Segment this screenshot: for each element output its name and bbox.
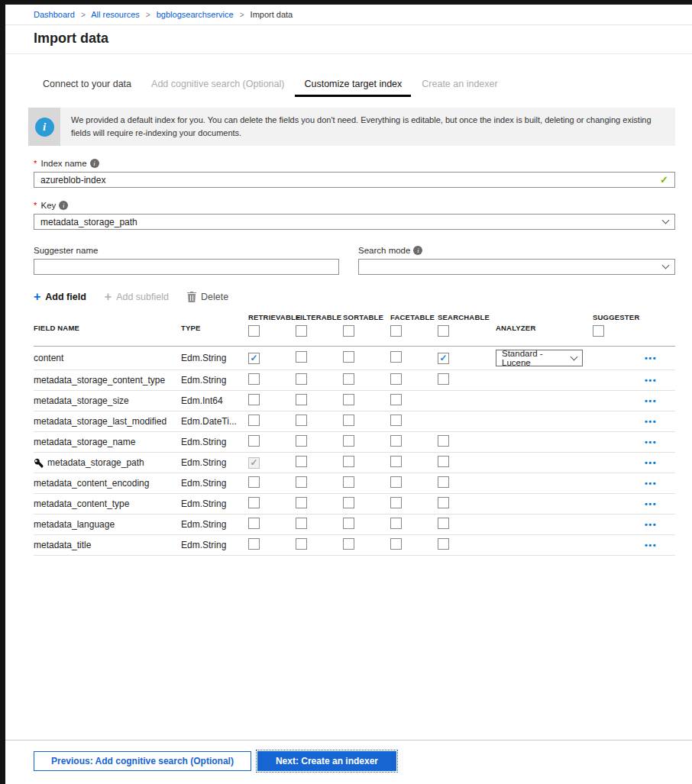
filterable-select-all-checkbox[interactable] bbox=[296, 325, 307, 337]
breadcrumb-separator: > bbox=[81, 11, 86, 19]
row-more-button[interactable]: ••• bbox=[645, 458, 657, 467]
searchable-checkbox[interactable] bbox=[438, 538, 449, 550]
sortable-checkbox[interactable] bbox=[343, 435, 354, 447]
valid-check-icon: ✓ bbox=[660, 174, 668, 186]
retrievable-checkbox[interactable] bbox=[248, 476, 260, 488]
suggester-name-input[interactable] bbox=[34, 259, 339, 275]
facetable-checkbox[interactable] bbox=[390, 394, 402, 405]
key-label: * Key i bbox=[34, 201, 675, 210]
delete-field-button[interactable]: Delete bbox=[187, 292, 228, 302]
filterable-checkbox[interactable] bbox=[296, 435, 307, 447]
key-info-icon[interactable]: i bbox=[59, 201, 68, 210]
trash-icon bbox=[187, 292, 196, 302]
table-row[interactable]: metadata_storage_content_type Edm.String… bbox=[34, 370, 675, 391]
searchable-select-all-checkbox[interactable] bbox=[438, 325, 449, 337]
facetable-checkbox[interactable] bbox=[390, 476, 402, 488]
breadcrumb-dashboard[interactable]: Dashboard bbox=[34, 10, 75, 19]
row-more-button[interactable]: ••• bbox=[645, 499, 657, 508]
row-more-button[interactable]: ••• bbox=[645, 353, 657, 363]
retrievable-checkbox[interactable] bbox=[248, 415, 260, 426]
breadcrumb-search-service[interactable]: bgblogsearchservice bbox=[157, 10, 234, 19]
filterable-checkbox[interactable] bbox=[296, 373, 307, 385]
sortable-checkbox[interactable] bbox=[343, 456, 354, 467]
breadcrumb-all-resources[interactable]: All resources bbox=[91, 10, 140, 19]
retrievable-select-all-checkbox[interactable] bbox=[248, 325, 260, 337]
tab-create-an-indexer: Create an indexer bbox=[412, 75, 506, 97]
facetable-checkbox[interactable] bbox=[390, 497, 402, 508]
wizard-footer: Previous: Add cognitive search (Optional… bbox=[5, 740, 692, 784]
table-row[interactable]: metadata_title Edm.String ••• bbox=[34, 535, 675, 556]
searchable-checkbox[interactable] bbox=[438, 518, 449, 529]
row-more-button[interactable]: ••• bbox=[645, 417, 657, 426]
facetable-checkbox[interactable] bbox=[390, 415, 402, 426]
filterable-checkbox[interactable] bbox=[296, 518, 307, 529]
table-row[interactable]: metadata_storage_path Edm.String ••• bbox=[34, 453, 675, 473]
index-fields-table: FIELD NAME TYPE RETRIEVABLE FILTERABLE S… bbox=[34, 311, 675, 556]
analyzer-dropdown[interactable]: Standard - Lucene bbox=[496, 350, 583, 366]
searchable-checkbox[interactable] bbox=[438, 353, 449, 364]
searchable-checkbox[interactable] bbox=[438, 435, 449, 447]
filterable-checkbox[interactable] bbox=[296, 415, 307, 426]
table-row[interactable]: metadata_content_encoding Edm.String ••• bbox=[34, 473, 675, 494]
table-row[interactable]: metadata_storage_name Edm.String ••• bbox=[34, 432, 675, 453]
retrievable-checkbox[interactable] bbox=[248, 435, 260, 447]
row-more-button[interactable]: ••• bbox=[645, 520, 657, 529]
sortable-checkbox[interactable] bbox=[343, 518, 354, 529]
sortable-select-all-checkbox[interactable] bbox=[343, 325, 354, 337]
retrievable-checkbox[interactable] bbox=[248, 497, 260, 508]
sortable-checkbox[interactable] bbox=[343, 373, 354, 385]
sortable-checkbox[interactable] bbox=[343, 497, 354, 508]
retrievable-checkbox[interactable] bbox=[248, 373, 260, 385]
retrievable-checkbox[interactable] bbox=[248, 538, 260, 550]
suggester-select-all-checkbox[interactable] bbox=[593, 325, 604, 337]
col-sortable: SORTABLE bbox=[343, 313, 390, 321]
sortable-checkbox[interactable] bbox=[343, 538, 354, 550]
tab-customize-target-index[interactable]: Customize target index bbox=[295, 75, 411, 97]
facetable-checkbox[interactable] bbox=[390, 518, 402, 529]
row-more-button[interactable]: ••• bbox=[645, 479, 657, 488]
sortable-checkbox[interactable] bbox=[343, 351, 354, 363]
filterable-checkbox[interactable] bbox=[296, 351, 307, 363]
field-type: Edm.DateTi... bbox=[181, 416, 248, 427]
row-more-button[interactable]: ••• bbox=[645, 376, 657, 385]
add-field-button[interactable]: + Add field bbox=[34, 292, 86, 302]
table-row[interactable]: metadata_storage_last_modified Edm.DateT… bbox=[34, 411, 675, 432]
row-more-button[interactable]: ••• bbox=[645, 396, 657, 405]
filterable-checkbox[interactable] bbox=[296, 456, 307, 467]
retrievable-checkbox[interactable] bbox=[248, 353, 260, 364]
searchable-checkbox[interactable] bbox=[438, 456, 449, 467]
filterable-checkbox[interactable] bbox=[296, 394, 307, 405]
field-type: Edm.String bbox=[181, 375, 248, 386]
next-step-button[interactable]: Next: Create an indexer bbox=[257, 751, 396, 771]
facetable-select-all-checkbox[interactable] bbox=[390, 325, 402, 337]
searchable-checkbox[interactable] bbox=[438, 497, 449, 508]
searchable-checkbox[interactable] bbox=[438, 373, 449, 385]
facetable-checkbox[interactable] bbox=[390, 538, 402, 550]
filterable-checkbox[interactable] bbox=[296, 497, 307, 508]
sortable-checkbox[interactable] bbox=[343, 394, 354, 405]
search-mode-select[interactable] bbox=[358, 259, 675, 275]
facetable-checkbox[interactable] bbox=[390, 435, 402, 447]
key-select[interactable]: metadata_storage_path bbox=[34, 214, 675, 230]
row-more-button[interactable]: ••• bbox=[645, 437, 657, 447]
index-name-info-icon[interactable]: i bbox=[90, 159, 99, 168]
sortable-checkbox[interactable] bbox=[343, 476, 354, 488]
searchable-checkbox[interactable] bbox=[438, 476, 449, 488]
tab-connect-to-your-data[interactable]: Connect to your data bbox=[34, 75, 141, 97]
table-row[interactable]: metadata_content_type Edm.String ••• bbox=[34, 494, 675, 515]
row-more-button[interactable]: ••• bbox=[645, 540, 657, 550]
filterable-checkbox[interactable] bbox=[296, 538, 307, 550]
table-row[interactable]: metadata_storage_size Edm.Int64 ••• bbox=[34, 391, 675, 411]
facetable-checkbox[interactable] bbox=[390, 373, 402, 385]
previous-step-button[interactable]: Previous: Add cognitive search (Optional… bbox=[34, 751, 251, 771]
search-mode-info-icon[interactable]: i bbox=[413, 246, 422, 255]
sortable-checkbox[interactable] bbox=[343, 415, 354, 426]
table-row[interactable]: metadata_language Edm.String ••• bbox=[34, 515, 675, 535]
retrievable-checkbox[interactable] bbox=[248, 518, 260, 529]
filterable-checkbox[interactable] bbox=[296, 476, 307, 488]
index-name-input[interactable]: azureblob-index ✓ bbox=[34, 172, 675, 188]
retrievable-checkbox[interactable] bbox=[248, 394, 260, 405]
facetable-checkbox[interactable] bbox=[390, 456, 402, 467]
table-row[interactable]: content Edm.String Standard - Lucene ••• bbox=[34, 347, 675, 370]
facetable-checkbox[interactable] bbox=[390, 351, 402, 363]
